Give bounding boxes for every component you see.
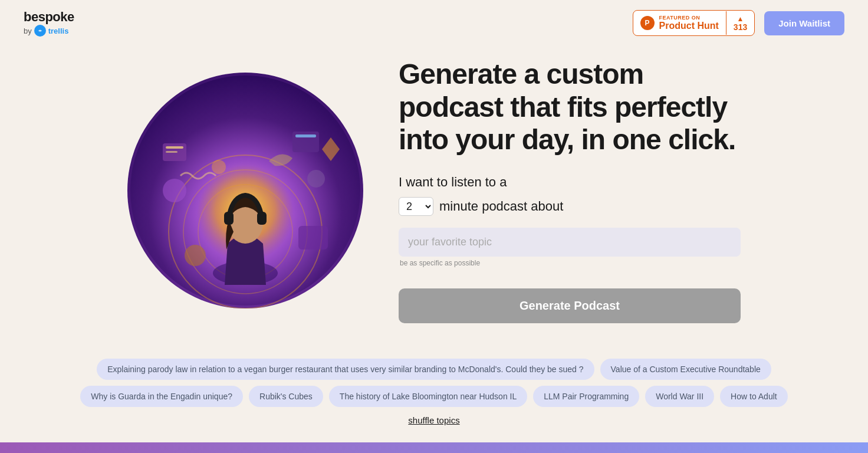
chips-row-1: Explaining parody law in relation to a v… [47,359,821,380]
header-right: P FEATURED ON Product Hunt ▲ 313 Join Wa… [633,10,844,36]
hint-text: be as specific as possible [399,259,741,267]
ph-count: 313 [734,23,747,31]
podcast-form: I want to listen to a 2 5 10 15 20 30 mi… [399,175,741,323]
ph-icon: P [640,16,655,30]
trellis-logo: trellis [34,25,69,37]
ph-text: FEATURED ON Product Hunt [659,15,719,31]
chips-section: Explaining parody law in relation to a v… [0,347,868,425]
main-content: Generate a custom podcast that fits perf… [80,46,788,347]
svg-rect-13 [166,151,177,153]
ph-vote-area: ▲ 313 [726,12,754,34]
logo-bespoke: bespoke [24,9,74,25]
svg-rect-10 [257,212,267,225]
svg-point-17 [307,170,325,188]
logo-by-trellis: by trellis [24,25,74,37]
svg-point-19 [185,245,206,266]
chip-guarda[interactable]: Why is Guarda in the Engadin unique? [80,386,243,407]
hero-illustration [127,73,363,308]
hero-svg [127,73,363,308]
logo-area: bespoke by trellis [24,9,74,37]
ph-featured-label: FEATURED ON [659,15,719,21]
page-headline: Generate a custom podcast that fits perf… [399,58,741,156]
header: bespoke by trellis P FEATURED ON Product [0,0,868,46]
svg-rect-9 [224,212,234,225]
product-hunt-badge[interactable]: P FEATURED ON Product Hunt ▲ 313 [633,10,755,36]
topic-input[interactable] [399,228,741,257]
minute-suffix-label: minute podcast about [439,199,563,214]
minute-row: 2 5 10 15 20 30 minute podcast about [399,197,741,216]
ph-left: P FEATURED ON Product Hunt [633,11,726,35]
footer-bar [0,442,868,453]
generate-podcast-button[interactable]: Generate Podcast [399,288,741,323]
svg-rect-15 [295,134,316,137]
trellis-label: trellis [48,27,69,36]
chips-row-2: Why is Guarda in the Engadin unique? Rub… [47,386,821,407]
minute-select[interactable]: 2 5 10 15 20 30 [399,197,433,216]
svg-point-16 [163,179,186,202]
by-label: by [24,27,32,36]
chip-llm[interactable]: LLM Pair Programming [533,386,639,407]
chip-executive-roundtable[interactable]: Value of a Custom Executive Roundtable [600,359,771,380]
listen-label: I want to listen to a [399,175,741,190]
ph-arrow-icon: ▲ [737,15,744,23]
chip-parody-law[interactable]: Explaining parody law in relation to a v… [97,359,594,380]
svg-point-20 [212,160,226,174]
trellis-icon [34,25,46,37]
chip-world-war[interactable]: World War III [645,386,714,407]
join-waitlist-button[interactable]: Join Waitlist [764,11,844,35]
right-panel: Generate a custom podcast that fits perf… [399,58,741,323]
topic-input-wrap: be as specific as possible [399,228,741,267]
chip-lake-bloomington[interactable]: The history of Lake Bloomington near Hud… [329,386,527,407]
svg-rect-18 [298,226,328,250]
chip-how-to-adult[interactable]: How to Adult [720,386,788,407]
svg-rect-12 [166,146,183,149]
ph-name-label: Product Hunt [659,21,719,31]
shuffle-topics-link[interactable]: shuffle topics [47,415,821,425]
chip-rubiks[interactable]: Rubik's Cubes [249,386,323,407]
